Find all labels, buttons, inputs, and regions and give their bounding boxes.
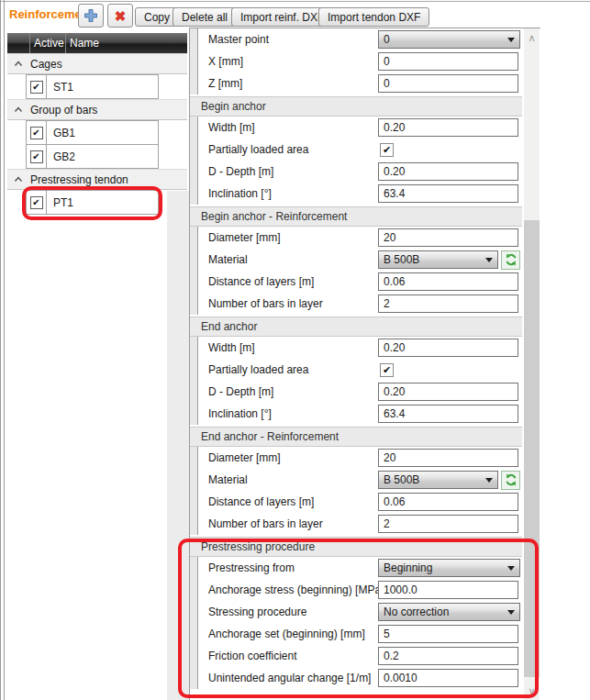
- section-header-begin-anchor: Begin anchor: [190, 96, 522, 117]
- property-label: Distance of layers [m]: [198, 491, 378, 513]
- value-input[interactable]: 20: [378, 228, 518, 247]
- value-input[interactable]: 5: [378, 625, 518, 643]
- tree-item-name[interactable]: ST1: [46, 74, 159, 99]
- tree-body: Cages✔ST1Group of bars✔GB1✔GB2Prestressi…: [7, 53, 187, 215]
- property-label: Unintended angular change [1/m]: [198, 667, 378, 689]
- scroll-down-button[interactable]: ∨: [524, 683, 540, 698]
- tree-item-name[interactable]: PT1: [46, 190, 159, 215]
- property-row-master-point: Master point0: [190, 28, 522, 50]
- property-row-number-of-bars-in-layer: Number of bars in layer2: [190, 293, 522, 315]
- tree-group-label: Cages: [30, 58, 62, 71]
- row-gutter: [190, 28, 198, 50]
- property-row-stressing-procedure: Stressing procedureNo correction: [190, 601, 522, 623]
- property-value-area: 0.06: [378, 491, 522, 513]
- active-checkbox[interactable]: ✔: [30, 81, 43, 94]
- material-refresh-button[interactable]: [501, 250, 520, 270]
- property-row-number-of-bars-in-layer: Number of bars in layer2: [190, 513, 522, 535]
- delete-reinforcement-button[interactable]: ✖: [107, 4, 133, 28]
- chevron-up-icon[interactable]: [14, 176, 23, 183]
- tree-group-group-of-bars[interactable]: Group of bars: [7, 99, 187, 120]
- property-label: Partially loaded area: [198, 359, 378, 381]
- tree-header-row: Active Name: [7, 33, 187, 53]
- property-row-z-mm: Z [mm]0: [190, 72, 522, 94]
- property-label: Width [m]: [198, 117, 378, 139]
- material-refresh-button[interactable]: [501, 471, 520, 490]
- tree-group-cages[interactable]: Cages: [7, 53, 187, 74]
- value-input[interactable]: 63.4: [378, 184, 518, 203]
- property-row-material: MaterialB 500B: [190, 249, 522, 271]
- property-value-area: ✔: [378, 139, 522, 161]
- value-input[interactable]: 1000.0: [378, 581, 518, 599]
- active-checkbox[interactable]: ✔: [30, 150, 43, 163]
- scrollbar-track[interactable]: ∧ ∨: [524, 28, 540, 700]
- property-value-area: 20: [378, 227, 522, 249]
- active-checkbox-cell: ✔: [26, 120, 47, 145]
- value-input[interactable]: 0.20: [378, 339, 518, 357]
- chevron-up-icon[interactable]: [14, 106, 23, 113]
- tree-item-name[interactable]: GB2: [46, 144, 159, 169]
- tree-group-prestressing-tendon[interactable]: Prestressing tendon: [7, 169, 187, 190]
- value-input[interactable]: 0: [378, 52, 518, 71]
- dropdown-stressing-procedure[interactable]: No correction: [378, 603, 520, 621]
- value-input[interactable]: 0.20: [378, 118, 518, 137]
- value-input[interactable]: 0.20: [378, 162, 518, 181]
- scroll-up-button[interactable]: ∧: [524, 30, 540, 46]
- tree-item-st1[interactable]: ✔ST1: [7, 74, 187, 99]
- tree-item-name[interactable]: GB1: [46, 120, 159, 145]
- active-checkbox-cell: ✔: [26, 74, 47, 99]
- delete-x-icon: ✖: [115, 9, 127, 23]
- dropdown-material[interactable]: B 500B: [378, 250, 498, 269]
- tree-item-gb1[interactable]: ✔GB1: [7, 120, 187, 145]
- value-input[interactable]: 0.2: [378, 647, 518, 665]
- row-gutter: [190, 227, 198, 249]
- value-input[interactable]: 0.06: [378, 493, 518, 511]
- row-gutter: [190, 601, 198, 623]
- value-input[interactable]: 0.06: [378, 272, 518, 291]
- section-header-end-anchor: End anchor: [190, 317, 522, 337]
- value-checkbox[interactable]: ✔: [380, 363, 394, 377]
- scrollbar-thumb[interactable]: [524, 220, 540, 677]
- left-splitter-line[interactable]: [0, 0, 1, 700]
- property-value-area: 2: [378, 293, 522, 315]
- value-input[interactable]: 2: [378, 515, 518, 533]
- value-input[interactable]: 20: [378, 449, 518, 467]
- property-row-partially-loaded-area: Partially loaded area✔: [190, 359, 522, 381]
- dropdown-master-point[interactable]: 0: [378, 30, 520, 49]
- value-input[interactable]: 0: [378, 74, 518, 93]
- property-label: Number of bars in layer: [198, 293, 378, 315]
- panel-gap-strip: [167, 191, 189, 700]
- tree-item-gb2[interactable]: ✔GB2: [7, 144, 187, 169]
- left-splitter-line-2[interactable]: [4, 0, 5, 700]
- value-checkbox[interactable]: ✔: [380, 143, 394, 157]
- import-tendon-dxf-button[interactable]: Import tendon DXF: [318, 7, 429, 27]
- active-checkbox[interactable]: ✔: [30, 196, 43, 209]
- value-input[interactable]: 0.20: [378, 383, 518, 401]
- property-value-area: 0.20: [378, 117, 522, 139]
- add-reinforcement-button[interactable]: [78, 4, 104, 28]
- tree-group-label: Group of bars: [30, 104, 97, 117]
- value-input[interactable]: 0.0010: [378, 669, 518, 687]
- value-input[interactable]: 63.4: [378, 405, 518, 423]
- row-gutter: [190, 491, 198, 513]
- property-label: X [mm]: [198, 50, 378, 72]
- property-value-area: 0.20: [378, 337, 522, 359]
- row-gutter: [190, 623, 198, 645]
- dropdown-material[interactable]: B 500B: [378, 471, 498, 489]
- delete-all-button[interactable]: Delete all: [173, 7, 237, 27]
- active-checkbox-cell: ✔: [26, 190, 47, 215]
- row-gutter: [190, 139, 198, 161]
- row-gutter: [190, 469, 198, 491]
- property-label: Stressing procedure: [198, 601, 378, 623]
- property-label: Anchorage stress (beginning) [MPa]: [198, 579, 378, 601]
- property-row-prestressing-from: Prestressing fromBeginning: [190, 557, 522, 579]
- tree-item-pt1[interactable]: ✔PT1: [7, 190, 187, 215]
- value-input[interactable]: 2: [378, 294, 518, 313]
- property-value-area: 0: [378, 50, 522, 72]
- triangle-down-icon: [507, 610, 515, 615]
- property-value-area: 0.20: [378, 161, 522, 183]
- property-value-area: Beginning: [378, 557, 522, 579]
- chevron-up-icon[interactable]: [14, 61, 23, 67]
- dropdown-prestressing-from[interactable]: Beginning: [378, 559, 520, 577]
- active-checkbox[interactable]: ✔: [30, 127, 43, 139]
- row-gutter: [190, 50, 198, 72]
